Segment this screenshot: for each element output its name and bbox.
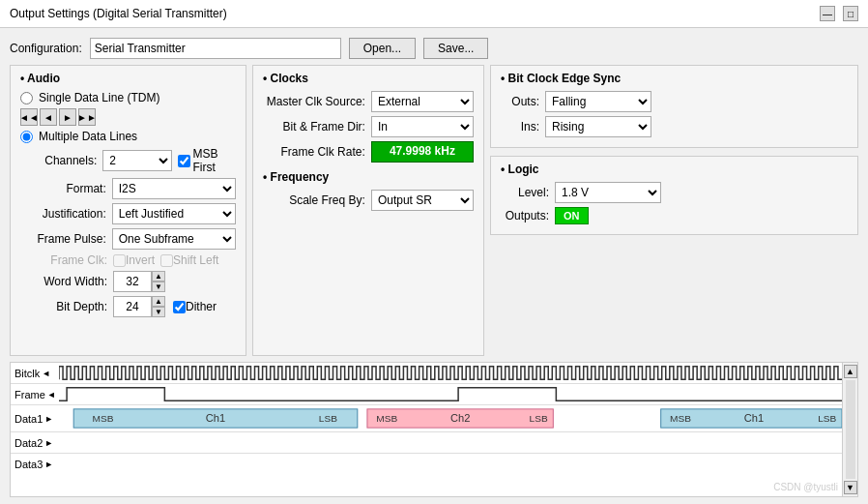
scale-freq-row: Scale Freq By: Output SRInput SRFixed [263, 190, 474, 211]
frame-clk-rate-row: Frame Clk Rate: 47.9998 kHz [263, 141, 474, 163]
frame-label: Frame ◄ [11, 389, 59, 400]
logic-section-title: Logic [501, 163, 848, 176]
svg-text:MSB: MSB [93, 414, 114, 425]
bit-depth-label: Bit Depth: [20, 300, 107, 313]
level-select[interactable]: 1.8 V3.3 V5 V [555, 182, 661, 203]
bit-clock-edge-sync-panel: Bit Clock Edge Sync Outs: FallingRising … [490, 65, 858, 148]
config-row: Configuration: Open... Save... [10, 38, 858, 59]
title-bar-controls: — □ [820, 6, 858, 21]
bitclk-arrow: ◄ [42, 369, 50, 378]
waveform-scroll: ▲ ▼ [842, 363, 857, 496]
outputs-row: Outputs: ON [501, 207, 848, 224]
nav-btn-last[interactable]: ►► [78, 108, 96, 126]
shift-left-checkbox[interactable] [160, 254, 173, 267]
frame-row: Frame ◄ [11, 384, 842, 405]
master-clk-source-label: Master Clk Source: [263, 95, 365, 108]
word-width-down[interactable]: ▼ [152, 282, 165, 292]
data3-label: Data3 ► [11, 459, 59, 470]
config-input[interactable] [90, 38, 341, 59]
watermark: CSDN @tyustli [773, 482, 838, 492]
multiple-data-lines-radio[interactable] [20, 131, 33, 143]
nav-btn-next[interactable]: ► [59, 108, 76, 126]
bit-frame-dir-label: Bit & Frame Dir: [263, 120, 365, 133]
nav-buttons: ◄◄ ◄ ► ►► [20, 108, 236, 126]
data2-row: Data2 ► [11, 432, 842, 454]
word-width-label: Word Width: [20, 275, 107, 288]
format-select[interactable]: I2SLJRJDSP [112, 178, 236, 199]
bit-depth-down[interactable]: ▼ [152, 307, 165, 317]
bit-depth-up[interactable]: ▲ [152, 296, 165, 307]
data1-row: Data1 ► MSB Ch1 LSB MSB [11, 405, 842, 432]
channels-select[interactable]: 2148 [102, 150, 171, 171]
msb-first-group: MSB First [178, 147, 237, 174]
format-row: Format: I2SLJRJDSP [20, 178, 236, 199]
nav-btn-prev[interactable]: ◄ [40, 108, 57, 126]
data1-arrow: ► [44, 414, 53, 424]
frame-pulse-select[interactable]: One SubframeOne Bit [112, 228, 236, 250]
bit-frame-dir-select[interactable]: InOut [371, 116, 474, 137]
nav-btn-first[interactable]: ◄◄ [20, 108, 38, 126]
svg-text:LSB: LSB [530, 414, 549, 425]
open-button[interactable]: Open... [349, 38, 416, 59]
msb-first-label: MSB First [193, 147, 237, 174]
data2-wave-content [59, 432, 842, 453]
single-data-line-radio[interactable] [20, 92, 33, 104]
scale-freq-select[interactable]: Output SRInput SRFixed [371, 190, 474, 211]
level-row: Level: 1.8 V3.3 V5 V [501, 182, 848, 203]
outputs-on-badge[interactable]: ON [555, 207, 589, 224]
svg-text:LSB: LSB [818, 414, 837, 425]
master-clk-source-row: Master Clk Source: ExternalInternal [263, 91, 474, 112]
minimize-button[interactable]: — [820, 6, 835, 21]
maximize-button[interactable]: □ [843, 6, 858, 21]
bitclk-svg [59, 363, 842, 383]
svg-text:LSB: LSB [319, 414, 338, 425]
bit-depth-row: Bit Depth: ▲ ▼ Dither [20, 296, 236, 317]
bitclk-label: Bitclk ◄ [11, 368, 59, 379]
data1-label: Data1 ► [11, 413, 59, 425]
data2-arrow: ► [44, 438, 53, 448]
panels-row: Audio Single Data Line (TDM) ◄◄ ◄ ► ►► M… [10, 65, 858, 356]
master-clk-source-select[interactable]: ExternalInternal [371, 91, 474, 112]
dither-checkbox[interactable] [173, 301, 186, 313]
clocks-panel: Clocks Master Clk Source: ExternalIntern… [252, 65, 484, 356]
logic-panel: Logic Level: 1.8 V3.3 V5 V Outputs: ON [490, 156, 858, 235]
justification-select[interactable]: Left JustifiedRight Justified [112, 203, 236, 224]
svg-text:Ch1: Ch1 [744, 413, 764, 425]
word-width-input[interactable] [113, 271, 152, 292]
scroll-track[interactable] [846, 380, 855, 479]
bit-depth-spinner-btns: ▲ ▼ [152, 296, 165, 317]
frame-clk-rate-value: 47.9998 kHz [371, 141, 474, 163]
save-button[interactable]: Save... [423, 38, 488, 59]
outs-select[interactable]: FallingRising [545, 91, 651, 112]
word-width-spinner-btns: ▲ ▼ [152, 271, 165, 292]
outs-label: Outs: [501, 95, 539, 108]
ins-select[interactable]: RisingFalling [545, 116, 651, 137]
ins-label: Ins: [501, 120, 539, 133]
scroll-down-btn[interactable]: ▼ [844, 481, 857, 494]
multiple-data-lines-label: Multiple Data Lines [39, 130, 137, 143]
frame-clk-label: Frame Clk: [20, 253, 107, 267]
main-container: Configuration: Open... Save... Audio Sin… [0, 28, 868, 504]
bit-frame-dir-row: Bit & Frame Dir: InOut [263, 116, 474, 137]
invert-checkbox[interactable] [113, 254, 126, 267]
msb-first-checkbox[interactable] [178, 155, 190, 167]
ins-row: Ins: RisingFalling [501, 116, 848, 137]
svg-text:MSB: MSB [670, 414, 691, 425]
right-panel: Bit Clock Edge Sync Outs: FallingRising … [490, 65, 858, 356]
channels-label: Channels: [20, 154, 97, 167]
level-label: Level: [501, 186, 549, 199]
invert-label: Invert [126, 253, 155, 267]
channels-row: Channels: 2148 MSB First [20, 147, 236, 174]
frame-wave-content [59, 384, 842, 404]
frame-pulse-row: Frame Pulse: One SubframeOne Bit [20, 228, 236, 250]
bit-depth-input[interactable] [113, 296, 152, 317]
shift-left-label: Shift Left [173, 253, 218, 267]
frame-svg [59, 384, 842, 404]
dither-label: Dither [186, 300, 217, 313]
frame-clk-rate-label: Frame Clk Rate: [263, 145, 365, 159]
justification-label: Justification: [20, 207, 106, 221]
data1-svg: MSB Ch1 LSB MSB Ch2 LSB MSB Ch1 [59, 405, 842, 431]
scroll-up-btn[interactable]: ▲ [844, 365, 857, 378]
bit-depth-spinner: ▲ ▼ [113, 296, 165, 317]
word-width-up[interactable]: ▲ [152, 271, 165, 282]
